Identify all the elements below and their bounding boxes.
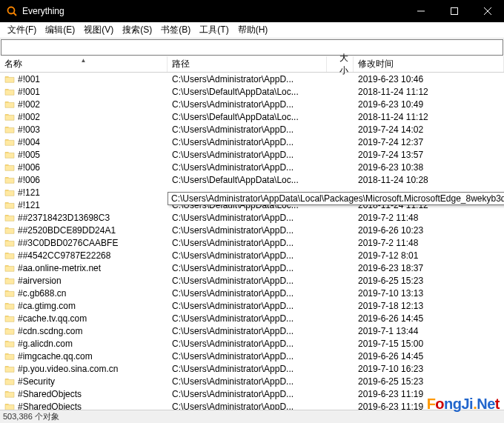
menubar: 文件(F) 编辑(E) 视图(V) 搜索(S) 书签(B) 工具(T) 帮助(H… [0, 22, 504, 39]
folder-icon [4, 327, 15, 336]
file-row[interactable]: #p.you.video.sina.com.cnC:\Users\Adminis… [0, 362, 504, 375]
close-button[interactable] [471, 0, 504, 22]
file-path: C:\Users\Administrator\AppD... [168, 376, 327, 387]
folder-icon [4, 289, 15, 298]
file-row[interactable]: #airversionC:\Users\Administrator\AppD..… [0, 274, 504, 287]
menu-help[interactable]: 帮助(H) [233, 22, 273, 38]
file-name: #!003 [18, 124, 40, 135]
file-name: #!001 [18, 87, 40, 97]
file-date: 2019-7-1 13:44 [354, 326, 504, 336]
file-row[interactable]: #ca.gtimg.comC:\Users\Administrator\AppD… [0, 299, 504, 312]
search-input[interactable] [1, 40, 503, 55]
file-row[interactable]: #!121C:\Users\Administrator\AppData\Loca… [0, 186, 504, 199]
svg-line-1 [14, 13, 17, 16]
search-box [1, 39, 503, 56]
file-date: 2019-7-24 14:02 [354, 124, 504, 135]
file-row[interactable]: #imgcache.qq.comC:\Users\Administrator\A… [0, 350, 504, 362]
file-row[interactable]: #c.gb688.cnC:\Users\Administrator\AppD..… [0, 287, 504, 299]
file-row[interactable]: #!002C:\Users\Default\AppData\Loc...2018… [0, 110, 504, 123]
folder-icon [4, 276, 15, 285]
folder-icon [4, 113, 15, 121]
app-icon [6, 5, 18, 17]
menu-bookmarks[interactable]: 书签(B) [156, 22, 195, 38]
file-path: C:\Users\Administrator\AppD... [168, 99, 327, 110]
folder-icon [4, 125, 15, 134]
folder-icon [4, 226, 15, 235]
minimize-button[interactable] [404, 0, 437, 22]
file-date: 2019-6-26 10:23 [354, 225, 504, 236]
file-row[interactable]: #g.alicdn.comC:\Users\Administrator\AppD… [0, 337, 504, 350]
sort-ascending-icon: ▲ [81, 57, 87, 64]
file-row[interactable]: #cache.tv.qq.comC:\Users\Administrator\A… [0, 312, 504, 324]
file-name: #airversion [18, 276, 62, 286]
file-name: #!002 [18, 112, 40, 122]
file-row[interactable]: #SharedObjectsC:\Users\Administrator\App… [0, 387, 504, 400]
file-row[interactable]: ##3C0DBD0276CAABFEC:\Users\Administrator… [0, 236, 504, 249]
file-path: C:\Users\Administrator\AppD... [168, 74, 327, 84]
file-row[interactable]: ##2520BDCE89DD24A1C:\Users\Administrator… [0, 224, 504, 236]
file-name: #!121 [18, 187, 40, 198]
file-row[interactable]: ##4542CC9787E22268C:\Users\Administrator… [0, 249, 504, 262]
statusbar: 503,386 个对象 [0, 410, 504, 423]
file-path: C:\Users\Administrator\AppD... [168, 301, 327, 311]
file-date: 2019-7-10 16:23 [354, 364, 504, 374]
folder-icon [4, 364, 15, 373]
menu-file[interactable]: 文件(F) [3, 22, 41, 38]
column-header-path[interactable]: 路径 [168, 56, 327, 72]
menu-view[interactable]: 视图(V) [79, 22, 118, 38]
file-path: C:\Users\Administrator\AppD... [168, 339, 327, 349]
file-row[interactable]: #!001C:\Users\Administrator\AppD...2019-… [0, 73, 504, 85]
file-row[interactable]: #!005C:\Users\Administrator\AppD...2019-… [0, 148, 504, 161]
file-name: #!004 [18, 137, 40, 147]
column-header-size[interactable]: 大小 [327, 56, 354, 72]
file-name: #p.you.video.sina.com.cn [18, 364, 118, 374]
folder-icon [4, 176, 15, 184]
file-row[interactable]: #SharedObjectsC:\Users\Administrator\App… [0, 400, 504, 410]
file-date: 2019-7-18 12:13 [354, 301, 504, 311]
folder-icon [4, 188, 15, 197]
menu-tools[interactable]: 工具(T) [195, 22, 233, 38]
file-name: #aa.online-metrix.net [18, 263, 101, 273]
menu-search[interactable]: 搜索(S) [118, 22, 156, 38]
column-header-date[interactable]: 修改时间 [354, 56, 504, 72]
file-row[interactable]: #!002C:\Users\Administrator\AppD...2019-… [0, 98, 504, 110]
column-header-name[interactable]: 名称 ▲ [0, 56, 168, 72]
file-row[interactable]: #cdn.scdng.comC:\Users\Administrator\App… [0, 324, 504, 337]
file-date: 2019-6-26 14:45 [354, 313, 504, 324]
file-path: C:\Users\Default\AppData\Loc... [168, 87, 327, 97]
file-name: #!001 [18, 74, 40, 84]
file-date: 2019-6-23 10:46 [354, 74, 504, 84]
file-path: C:\Users\Administrator\AppD... [168, 364, 327, 374]
file-list[interactable]: #!001C:\Users\Administrator\AppD...2019-… [0, 73, 504, 410]
file-row[interactable]: #SecurityC:\Users\Administrator\AppD...2… [0, 375, 504, 387]
folder-icon [4, 390, 15, 399]
file-row[interactable]: #!001C:\Users\Default\AppData\Loc...2018… [0, 85, 504, 98]
file-row[interactable]: #!003C:\Users\Administrator\AppD...2019-… [0, 123, 504, 136]
file-date: 2019-7-10 13:13 [354, 288, 504, 299]
file-name: #cdn.scdng.com [18, 326, 82, 336]
menu-edit[interactable]: 编辑(E) [41, 22, 79, 38]
folder-icon [4, 302, 15, 310]
file-row[interactable]: #!006C:\Users\Default\AppData\Loc...2018… [0, 173, 504, 186]
file-path: C:\Users\Administrator\AppD... [168, 326, 327, 336]
file-date: 2019-6-23 18:37 [354, 263, 504, 273]
folder-icon [4, 377, 15, 386]
file-date: 2019-6-23 10:49 [354, 99, 504, 110]
file-date: 2018-11-24 11:12 [354, 112, 504, 122]
file-path: C:\Users\Administrator\AppD... [168, 137, 327, 147]
file-path: C:\Users\Administrator\AppD... [168, 124, 327, 135]
file-row[interactable]: #!004C:\Users\Administrator\AppD...2019-… [0, 136, 504, 148]
folder-icon [4, 251, 15, 260]
file-name: #!121 [18, 200, 40, 210]
column-headers: 名称 ▲ 路径 大小 修改时间 [0, 56, 504, 73]
file-row[interactable]: #aa.online-metrix.netC:\Users\Administra… [0, 262, 504, 274]
file-row[interactable]: ##23718423D13698C3C:\Users\Administrator… [0, 211, 504, 224]
svg-point-0 [8, 7, 15, 14]
file-date: 2019-7-24 13:57 [354, 150, 504, 160]
titlebar[interactable]: Everything [0, 0, 504, 22]
folder-icon [4, 213, 15, 222]
file-row[interactable]: #!006C:\Users\Administrator\AppD...2019-… [0, 161, 504, 173]
maximize-button[interactable] [437, 0, 471, 22]
folder-icon [4, 201, 15, 210]
folder-icon [4, 163, 15, 172]
